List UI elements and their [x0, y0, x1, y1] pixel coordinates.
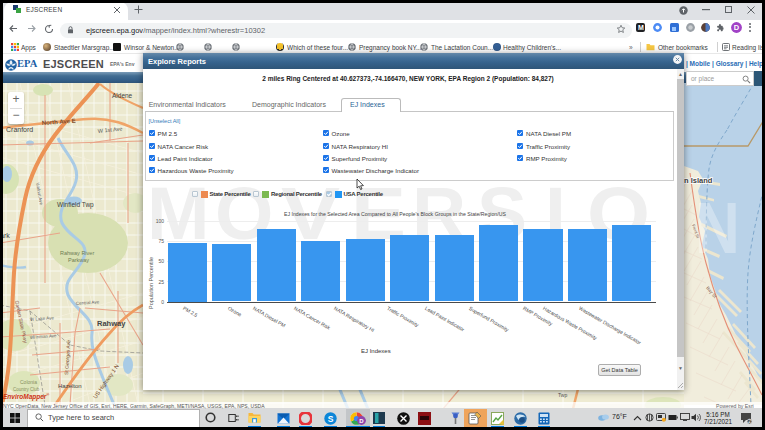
svg-text:Cranford: Cranford	[6, 126, 33, 133]
svg-text:Rahway: Rahway	[97, 319, 126, 328]
svg-text:S: S	[328, 413, 334, 423]
svg-text:Aldene: Aldene	[112, 92, 133, 99]
svg-text:Hazelton: Hazelton	[58, 383, 82, 389]
svg-text:D: D	[359, 418, 364, 424]
svg-text:D: D	[734, 23, 740, 32]
svg-text:Colonia: Colonia	[20, 379, 37, 385]
svg-text:n Island: n Island	[684, 176, 713, 185]
svg-text:Winfield Twp: Winfield Twp	[57, 201, 94, 209]
svg-text:Rahway River: Rahway River	[60, 250, 94, 256]
svg-text:Parkway: Parkway	[68, 257, 89, 263]
svg-text:Twp: Twp	[558, 392, 567, 398]
